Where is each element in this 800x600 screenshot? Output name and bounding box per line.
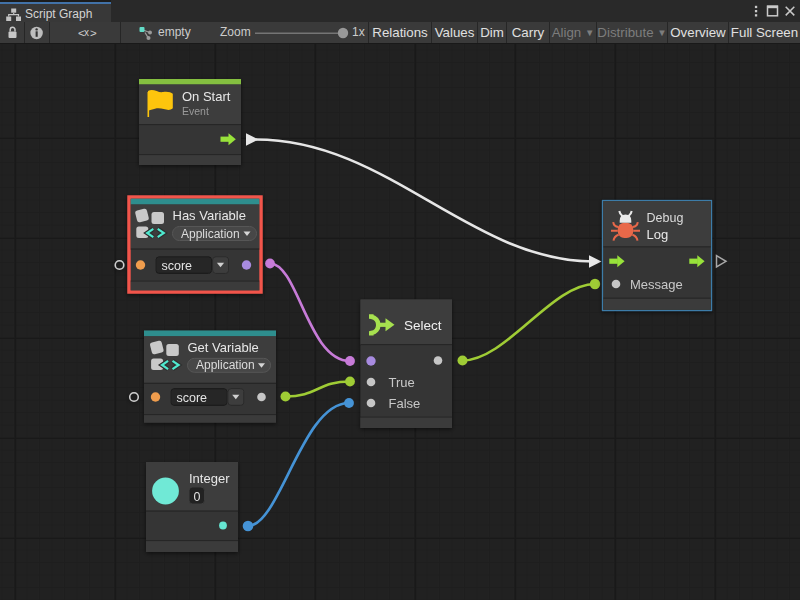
svg-text:False: False	[389, 396, 421, 411]
svg-text:Event: Event	[182, 105, 209, 117]
svg-text:Select: Select	[404, 318, 442, 333]
svg-text:Log: Log	[647, 227, 669, 242]
svg-text:score: score	[162, 259, 193, 273]
svg-text:Get Variable: Get Variable	[188, 340, 259, 355]
svg-text:>: >	[90, 27, 97, 39]
svg-text:Application: Application	[181, 227, 240, 241]
svg-text:Has Variable: Has Variable	[173, 208, 246, 223]
svg-text:Application: Application	[196, 358, 255, 372]
svg-text:score: score	[177, 391, 208, 405]
svg-text:0: 0	[194, 490, 201, 504]
svg-text:x: x	[84, 27, 89, 38]
svg-text:Debug: Debug	[647, 211, 684, 225]
svg-text:Integer: Integer	[189, 471, 230, 486]
svg-text:On Start: On Start	[182, 89, 231, 104]
svg-text:Message: Message	[630, 277, 683, 292]
svg-text:True: True	[389, 375, 415, 390]
